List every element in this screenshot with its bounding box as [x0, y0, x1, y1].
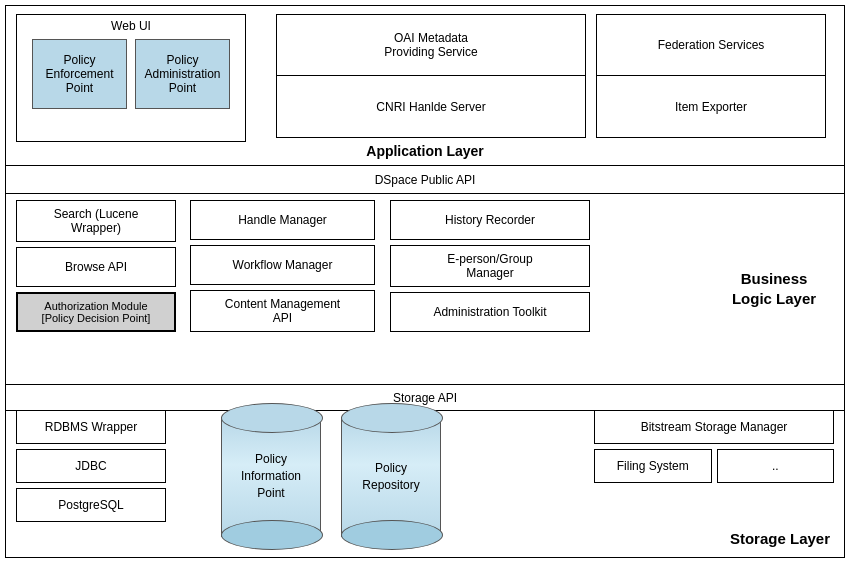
dspace-api-bar: DSpace Public API — [6, 166, 844, 194]
storage-layer-label: Storage Layer — [730, 530, 830, 547]
filing-system-box: Filing System — [594, 449, 712, 483]
oai-metadata-box: OAI Metadata Providing Service — [276, 14, 586, 76]
search-box: Search (Lucene Wrapper) — [16, 200, 176, 242]
postgresql-box: PostgreSQL — [16, 488, 166, 522]
administration-toolkit-box: Administration Toolkit — [390, 292, 590, 332]
federation-services-box: Federation Services — [596, 14, 826, 76]
history-recorder-box: History Recorder — [390, 200, 590, 240]
policy-administration-point-box: Policy Administration Point — [135, 39, 230, 109]
item-exporter-box: Item Exporter — [596, 76, 826, 138]
authorization-module-box: Authorization Module [Policy Decision Po… — [16, 292, 176, 332]
web-ui-box: Web UI Policy Enforcement Point Policy A… — [16, 14, 246, 142]
storage-layer: RDBMS Wrapper JDBC PostgreSQL Policy Inf… — [6, 402, 844, 557]
architecture-diagram: Application Layer Web UI Policy Enforcem… — [5, 5, 845, 558]
biz-mid-column: Handle Manager Workflow Manager Content … — [190, 200, 375, 332]
storage-left-column: RDBMS Wrapper JDBC PostgreSQL — [16, 410, 166, 522]
oai-label: OAI Metadata Providing Service — [384, 31, 477, 59]
pip-label: Policy Information Point — [241, 451, 301, 501]
dots-box: .. — [717, 449, 835, 483]
web-ui-title: Web UI — [111, 19, 151, 33]
cylinders-area: Policy Information Point Policy Reposito… — [181, 402, 481, 552]
eperson-group-manager-box: E-person/Group Manager — [390, 245, 590, 287]
policy-repository-cylinder: Policy Repository — [341, 417, 441, 537]
cnri-handle-box: CNRI Hanlde Server — [276, 76, 586, 138]
handle-manager-box: Handle Manager — [190, 200, 375, 240]
business-logic-layer: DSpace Public API Search (Lucene Wrapper… — [6, 166, 844, 411]
federation-block: Federation Services Item Exporter — [596, 14, 826, 142]
biz-right-column: History Recorder E-person/Group Manager … — [390, 200, 590, 332]
cnri-label: CNRI Hanlde Server — [376, 100, 485, 114]
rdbms-wrapper-box: RDBMS Wrapper — [16, 410, 166, 444]
content-management-api-box: Content Management API — [190, 290, 375, 332]
bitstream-storage-manager-box: Bitstream Storage Manager — [594, 410, 834, 444]
business-logic-layer-label: Business Logic Layer — [714, 269, 834, 308]
policy-enforcement-point-box: Policy Enforcement Point — [32, 39, 127, 109]
workflow-manager-box: Workflow Manager — [190, 245, 375, 285]
jdbc-box: JDBC — [16, 449, 166, 483]
oai-block: OAI Metadata Providing Service CNRI Hanl… — [276, 14, 586, 142]
application-layer: Application Layer Web UI Policy Enforcem… — [6, 6, 844, 166]
item-exporter-label: Item Exporter — [675, 100, 747, 114]
filing-row: Filing System .. — [594, 449, 834, 483]
pap-label: Policy Administration Point — [144, 53, 220, 95]
storage-right-column: Bitstream Storage Manager Filing System … — [594, 410, 834, 483]
application-layer-label: Application Layer — [6, 143, 844, 159]
policy-information-point-cylinder: Policy Information Point — [221, 417, 321, 537]
dspace-api-label: DSpace Public API — [375, 173, 476, 187]
pr-label: Policy Repository — [362, 460, 419, 494]
biz-left-column: Search (Lucene Wrapper) Browse API Autho… — [16, 200, 176, 332]
federation-label: Federation Services — [658, 38, 765, 52]
pep-label: Policy Enforcement Point — [45, 53, 113, 95]
browse-api-box: Browse API — [16, 247, 176, 287]
web-ui-inner: Policy Enforcement Point Policy Administ… — [24, 39, 238, 109]
